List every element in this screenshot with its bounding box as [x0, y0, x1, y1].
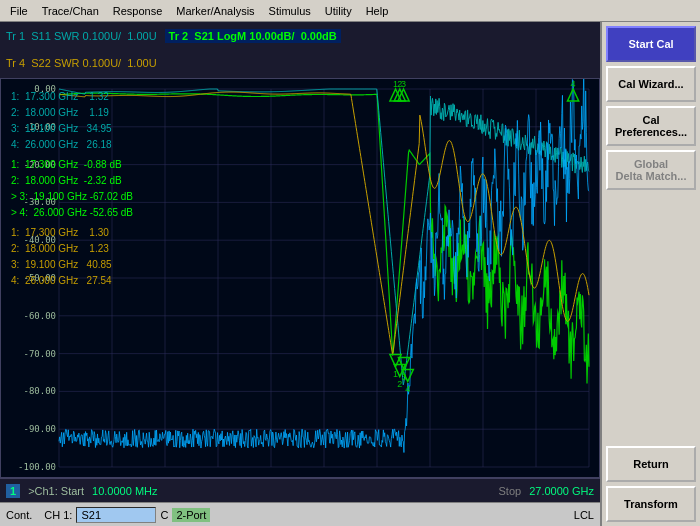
cont-label: Cont. — [6, 509, 32, 521]
ch1-bottom: CH 1: — [44, 509, 72, 521]
menu-utility[interactable]: Utility — [319, 3, 358, 19]
stop-freq: 27.0000 GHz — [529, 485, 594, 497]
c-label: C — [160, 509, 168, 521]
start-freq: 10.0000 MHz — [92, 485, 157, 497]
global-delta-match-button[interactable]: GlobalDelta Match... — [606, 150, 696, 190]
menu-trace-chan[interactable]: Trace/Chan — [36, 3, 105, 19]
trace-4-info: Tr 4 S22 SWR 0.100U/ 1.00U — [6, 57, 157, 69]
trace-bar-2: Tr 4 S22 SWR 0.100U/ 1.00U — [0, 50, 600, 78]
lcl-label: LCL — [574, 509, 594, 521]
start-cal-button[interactable]: Start Cal — [606, 26, 696, 62]
menu-marker-analysis[interactable]: Marker/Analysis — [170, 3, 260, 19]
trace-1-info: Tr 1 S11 SWR 0.100U/ 1.00U — [6, 30, 157, 42]
trace-2-info: Tr 2 S21 LogM 10.00dB/ 0.00dB — [165, 29, 341, 43]
cal-wizard-button[interactable]: Cal Wizard... — [606, 66, 696, 102]
chart-area: 1: 17.300 GHz 1.32 2: 18.000 GHz 1.19 3:… — [0, 78, 600, 478]
port-label: 2-Port — [172, 508, 210, 522]
return-button[interactable]: Return — [606, 446, 696, 482]
menu-response[interactable]: Response — [107, 3, 169, 19]
menubar: File Trace/Chan Response Marker/Analysis… — [0, 0, 700, 22]
chart-canvas — [1, 79, 599, 477]
stop-label: Stop — [499, 485, 522, 497]
bottom-bar: Cont. CH 1: C 2-Port LCL — [0, 502, 600, 526]
cal-preferences-button[interactable]: CalPreferences... — [606, 106, 696, 146]
status-bar: 1 >Ch1: Start 10.0000 MHz Stop 27.0000 G… — [0, 478, 600, 502]
menu-stimulus[interactable]: Stimulus — [263, 3, 317, 19]
channel-indicator: 1 — [6, 484, 20, 498]
chart-section: Tr 1 S11 SWR 0.100U/ 1.00U Tr 2 S21 LogM… — [0, 22, 600, 526]
transform-button[interactable]: Transform — [606, 486, 696, 522]
trace-input[interactable] — [76, 507, 156, 523]
menu-help[interactable]: Help — [360, 3, 395, 19]
ch1-label: >Ch1: Start — [28, 485, 84, 497]
main-content: Tr 1 S11 SWR 0.100U/ 1.00U Tr 2 S21 LogM… — [0, 22, 700, 526]
menu-file[interactable]: File — [4, 3, 34, 19]
trace-bar: Tr 1 S11 SWR 0.100U/ 1.00U Tr 2 S21 LogM… — [0, 22, 600, 50]
right-panel: Start Cal Cal Wizard... CalPreferences..… — [600, 22, 700, 526]
